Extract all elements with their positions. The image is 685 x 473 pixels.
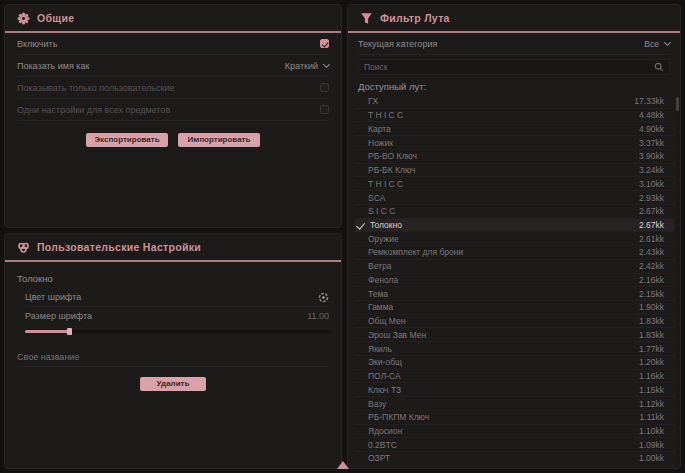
loot-item-name: Вазу (368, 399, 386, 409)
loot-item-name: Оружие (368, 234, 399, 244)
loot-item-value: 1.12kk (639, 399, 664, 409)
slider-handle[interactable] (67, 328, 72, 335)
loot-item-name: Якиль (368, 344, 392, 354)
loot-list: ГХ17.33kkT H I C C4.48kkКарта4.90kkНожик… (354, 95, 674, 466)
loot-item-row[interactable]: Эки-общ1.20kk (354, 356, 674, 370)
export-button[interactable]: Экспортировать (86, 133, 168, 147)
custom-name-input[interactable] (17, 352, 329, 362)
loot-item-row[interactable]: Ветра2.42kk (354, 260, 674, 274)
loot-item-row[interactable]: ПОЛ-СА1.16kk (354, 370, 674, 384)
loot-item-value: 4.48kk (639, 110, 664, 120)
loot-item-value: 1.20kk (639, 357, 664, 367)
font-color-row: Цвет шрифта (25, 288, 329, 307)
loot-item-row[interactable]: Фенола2.16kk (354, 274, 674, 288)
loot-item-value: 1.10kk (639, 426, 664, 436)
category-label: Текущая категория (358, 39, 437, 49)
enable-checkbox[interactable] (320, 39, 329, 48)
loot-item-row[interactable]: Гамма1.90kk (354, 301, 674, 315)
same-settings-checkbox[interactable] (320, 105, 329, 114)
loot-item-value: 4.90kk (639, 124, 664, 134)
loot-item-name: РБ-БК Ключ (368, 165, 416, 175)
loot-item-name: Ядосион (368, 426, 402, 436)
loot-item-name: Эрош Зав Мен (368, 330, 426, 340)
loot-filter-header: Фильтр Лута (348, 5, 680, 31)
loot-item-name: 0.2BTC (368, 440, 397, 450)
loot-item-row[interactable]: Ключ ТЗ1.15kk (354, 383, 674, 397)
loot-item-name: ПОЛ-СА (368, 371, 401, 381)
same-settings-row: Одни настройки для всех предметов (17, 99, 329, 121)
font-size-label: Размер шрифта (25, 311, 92, 321)
loot-item-value: 2.43kk (639, 247, 664, 257)
available-loot-label: Доступный лут: (348, 75, 680, 95)
loot-item-name: Ножик (368, 138, 393, 148)
category-select[interactable]: Все (644, 39, 670, 49)
scrollbar-thumb[interactable] (676, 97, 679, 111)
loot-item-row[interactable]: Карта4.90kk (354, 122, 674, 136)
user-settings-icon (17, 241, 30, 254)
loot-item-row[interactable]: РБ-ВО Ключ3.90kk (354, 150, 674, 164)
loot-item-row[interactable]: Толокно2.67kk (354, 219, 674, 233)
font-size-slider[interactable] (25, 328, 329, 335)
loot-item-row[interactable]: РБ-БК Ключ3.24kk (354, 164, 674, 178)
general-panel-divider (5, 31, 341, 33)
loot-item-row[interactable]: Вазу1.12kk (354, 397, 674, 411)
import-button[interactable]: Импортировать (178, 133, 260, 147)
chevron-down-icon (664, 38, 671, 45)
chevron-down-icon (323, 60, 330, 67)
loot-item-row[interactable]: T H I C C4.48kk (354, 109, 674, 123)
search-icon[interactable] (654, 62, 664, 72)
loot-item-name: Эки-общ (368, 357, 402, 367)
loot-item-name: Ветра (368, 261, 391, 271)
general-panel-header: Общие (5, 5, 341, 31)
only-custom-checkbox[interactable] (320, 83, 329, 92)
loot-item-value: 17.33kk (634, 96, 664, 106)
loot-item-name: ГХ (368, 96, 378, 106)
loot-filter-divider (348, 31, 680, 33)
loot-item-row[interactable]: Оружие2.61kk (354, 232, 674, 246)
loot-item-value: 3.90kk (639, 151, 664, 161)
gear-icon (17, 12, 30, 25)
item-group-label: Толокно (17, 268, 329, 288)
loot-item-value: 2.16kk (639, 275, 664, 285)
loot-item-value: 3.10kk (639, 179, 664, 189)
loot-filter-panel: Фильтр Лута Текущая категория Все Доступ… (347, 4, 681, 469)
custom-name-row (17, 347, 329, 367)
name-display-label: Показать имя как (17, 61, 89, 71)
loot-item-row[interactable]: Якиль1.77kk (354, 342, 674, 356)
loot-item-value: 2.42kk (639, 261, 664, 271)
loot-item-name: S I C C (368, 206, 395, 216)
loot-item-value: 1.15kk (639, 385, 664, 395)
color-wheel-icon[interactable] (318, 292, 329, 303)
scroll-up-indicator-icon[interactable] (337, 461, 349, 469)
delete-button[interactable]: Удалить (140, 377, 206, 391)
loot-item-name: Общ Мен (368, 316, 405, 326)
loot-item-row[interactable]: РБ-ПКПМ Ключ1.11kk (354, 411, 674, 425)
loot-item-name: Фенола (368, 275, 398, 285)
custom-settings-divider (5, 260, 341, 262)
name-display-row: Показать имя как Краткий (17, 55, 329, 77)
loot-item-row[interactable]: 0.2BTC1.09kk (354, 438, 674, 452)
loot-item-value: 1.16kk (639, 371, 664, 381)
loot-item-row[interactable]: ГХ17.33kk (354, 95, 674, 109)
same-settings-label: Одни настройки для всех предметов (17, 105, 170, 115)
custom-settings-panel: Пользовательские Настройки Толокно Цвет … (4, 233, 342, 469)
loot-item-row[interactable]: T H I C C3.10kk (354, 177, 674, 191)
loot-list-scrollbar[interactable] (676, 95, 679, 466)
loot-item-row[interactable]: ОЗРТ1.00kk (354, 452, 674, 466)
loot-item-row[interactable]: SCA2.93kk (354, 191, 674, 205)
loot-item-row[interactable]: Ножик3.37kk (354, 136, 674, 150)
loot-item-row[interactable]: S I C C2.67kk (354, 205, 674, 219)
loot-item-row[interactable]: Тема2.15kk (354, 287, 674, 301)
loot-item-name: T H I C C (368, 179, 403, 189)
loot-item-value: 1.83kk (639, 330, 664, 340)
name-display-value: Краткий (285, 61, 318, 71)
loot-item-value: 1.00kk (639, 453, 664, 463)
loot-item-row[interactable]: Ремкомплект для брони2.43kk (354, 246, 674, 260)
search-bar[interactable] (358, 59, 670, 75)
search-input[interactable] (364, 62, 649, 72)
name-display-select[interactable]: Краткий (285, 61, 329, 71)
loot-item-row[interactable]: Ядосион1.10kk (354, 425, 674, 439)
loot-item-value: 2.15kk (639, 289, 664, 299)
loot-item-row[interactable]: Эрош Зав Мен1.83kk (354, 328, 674, 342)
loot-item-row[interactable]: Общ Мен1.83kk (354, 315, 674, 329)
